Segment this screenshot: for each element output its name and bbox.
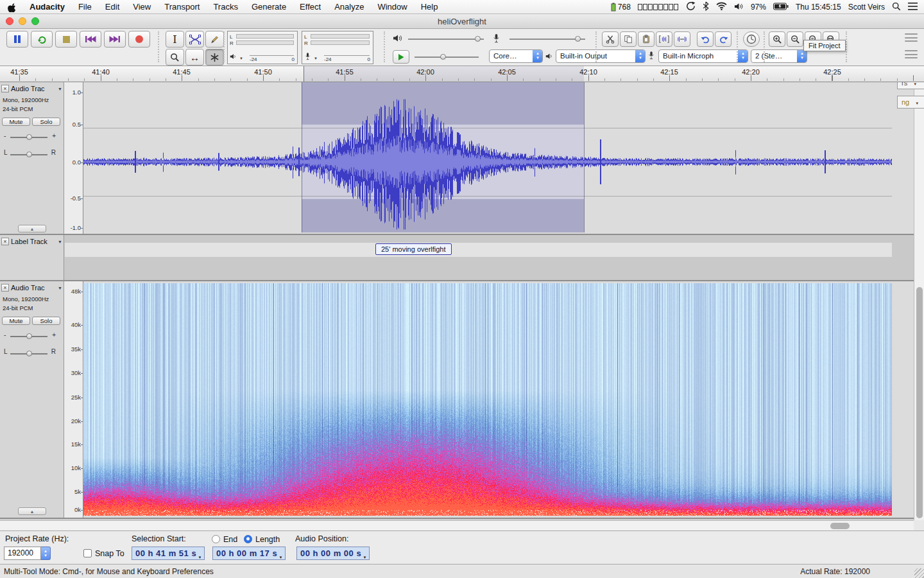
spectrogram-display[interactable] — [83, 283, 892, 516]
redo-button[interactable] — [715, 31, 732, 47]
track-close-button[interactable]: × — [1, 238, 9, 245]
apple-menu-icon[interactable] — [8, 2, 16, 12]
meter-dropdown-caret[interactable]: ▼ — [239, 57, 243, 60]
combo-caret-icon[interactable]: ▲▼ — [797, 49, 807, 63]
waveform-display[interactable] — [83, 82, 892, 232]
track-menu-caret-icon[interactable]: ▼ — [58, 286, 62, 290]
vertical-scrollbar[interactable] — [914, 82, 924, 520]
audio-host-combo[interactable]: Core… ▲▼ — [489, 49, 543, 63]
spotlight-search-icon[interactable] — [892, 2, 901, 13]
menu-item-generate[interactable]: Generate — [252, 2, 286, 12]
window-title-bar[interactable]: heliOverflight — [0, 14, 924, 29]
solo-button[interactable]: Solo — [32, 118, 60, 126]
caret-down-icon[interactable]: ▼ — [279, 552, 283, 564]
end-radio[interactable] — [212, 535, 220, 543]
track-title[interactable]: Label Track — [11, 238, 47, 245]
output-volume-slider[interactable] — [408, 39, 484, 40]
mute-button[interactable]: Mute — [2, 317, 30, 325]
meter-dropdown-caret[interactable]: ▼ — [314, 57, 318, 60]
menu-item-window[interactable]: Window — [377, 2, 407, 12]
track-title[interactable]: Audio Trac — [11, 284, 45, 292]
menu-item-view[interactable]: View — [133, 2, 151, 12]
menu-clock[interactable]: Thu 15:45:15 — [796, 3, 841, 12]
audio-label[interactable]: 25' moving overlfight — [375, 243, 452, 255]
pan-slider[interactable] — [10, 154, 47, 155]
trim-audio-button[interactable] — [656, 31, 672, 47]
menu-item-tracks[interactable]: Tracks — [213, 2, 238, 12]
combo-caret-icon[interactable]: ▲▼ — [533, 49, 543, 63]
project-rate-value[interactable]: 192000 — [4, 547, 41, 560]
output-volume-slider-thumb[interactable] — [475, 36, 481, 42]
draw-tool-button[interactable] — [205, 31, 224, 48]
undo-button[interactable] — [697, 31, 714, 47]
resize-grip[interactable] — [914, 568, 924, 578]
mute-button[interactable]: Mute — [2, 118, 30, 126]
solo-button[interactable]: Solo — [32, 317, 60, 325]
track1-control-panel[interactable]: × Audio Trac ▼ Mono, 192000Hz 24-bit PCM… — [0, 82, 64, 234]
caret-down-icon[interactable]: ▼ — [363, 552, 367, 564]
vertical-scrollbar-thumb[interactable] — [916, 287, 923, 518]
timer-button[interactable] — [743, 31, 760, 47]
gain-slider-thumb[interactable] — [26, 134, 32, 140]
gain-slider[interactable] — [10, 336, 47, 337]
toolbar-grabber-icon[interactable] — [905, 33, 918, 42]
copy-button[interactable] — [620, 31, 637, 47]
multi-tool-button[interactable] — [205, 49, 224, 66]
pan-slider[interactable] — [10, 353, 47, 355]
pan-slider-thumb[interactable] — [26, 152, 32, 157]
project-rate-combo[interactable]: 192000 ▲▼ — [4, 547, 51, 560]
paste-button[interactable] — [638, 31, 654, 47]
collapsed-dropdown-fragment[interactable]: ng ▼ — [897, 96, 924, 109]
notification-center-icon[interactable] — [908, 3, 918, 12]
record-button[interactable] — [128, 31, 150, 48]
toolbar-grabber-icon[interactable] — [905, 50, 918, 58]
recording-meter[interactable]: L R ▼ -24 0 — [302, 31, 373, 64]
caret-down-icon[interactable]: ▼ — [198, 552, 202, 564]
time-machine-icon[interactable] — [686, 1, 696, 13]
keyboard-battery-indicator[interactable]: 768 — [611, 3, 631, 12]
track-title[interactable]: Audio Trac — [11, 85, 45, 92]
playback-speed-slider-thumb[interactable] — [440, 54, 446, 60]
collapse-track-button[interactable]: ▲ — [18, 507, 46, 515]
battery-icon[interactable] — [773, 3, 789, 12]
zoom-out-button[interactable] — [787, 31, 803, 47]
timeline-ruler[interactable]: 41:35 41:40 41:45 41:50 41:55 42:00 42:0… — [0, 66, 924, 82]
status-boxes-widget[interactable] — [638, 3, 679, 12]
rewind-button[interactable] — [80, 31, 101, 48]
track-menu-caret-icon[interactable]: ▼ — [58, 87, 62, 91]
volume-icon[interactable] — [734, 3, 744, 12]
horizontal-scrollbar-thumb[interactable] — [830, 523, 850, 529]
track1-vertical-ruler[interactable]: 1.0 0.5 0.0 -0.5 -1.0 — [64, 82, 83, 234]
combo-caret-icon[interactable]: ▲▼ — [635, 49, 646, 63]
silence-audio-button[interactable] — [674, 31, 690, 47]
gain-slider-thumb[interactable] — [26, 333, 32, 339]
track2-vertical-ruler[interactable]: 48k 40k 35k 30k 25k 20k 15k 10k 5k 0k — [64, 281, 83, 518]
horizontal-scrollbar[interactable] — [0, 520, 914, 530]
audio-position-field[interactable]: 00 h 00 m 00 s ▼ — [296, 547, 370, 560]
track2-control-panel[interactable]: × Audio Trac ▼ Mono, 192000Hz 24-bit PCM… — [0, 281, 64, 518]
combo-caret-icon[interactable]: ▲▼ — [738, 49, 748, 63]
envelope-tool-button[interactable] — [185, 31, 204, 48]
fast-forward-button[interactable] — [104, 31, 126, 48]
time-shift-tool-button[interactable]: ↔ — [185, 49, 204, 66]
track-close-button[interactable]: × — [1, 284, 9, 292]
selection-tool-button[interactable]: I — [166, 31, 184, 48]
input-volume-slider-thumb[interactable] — [575, 36, 581, 42]
menu-item-edit[interactable]: Edit — [105, 2, 119, 12]
menu-item-help[interactable]: Help — [421, 2, 438, 12]
snap-to-checkbox[interactable] — [83, 549, 92, 557]
pan-slider-thumb[interactable] — [26, 351, 32, 356]
playback-meter[interactable]: L R ▼ -24 0 — [227, 31, 298, 64]
bluetooth-icon[interactable] — [703, 1, 709, 13]
output-device-combo[interactable]: Built-in Output ▲▼ — [556, 49, 646, 63]
collapse-track-button[interactable]: ▲ — [18, 225, 46, 232]
stepper-arrows-icon[interactable]: ▲▼ — [41, 547, 51, 560]
wifi-icon[interactable] — [716, 2, 727, 12]
zoom-tool-button[interactable] — [166, 49, 184, 66]
label-track-control-panel[interactable]: × Label Track ▼ — [0, 235, 64, 280]
input-channels-combo[interactable]: 2 (Ste… ▲▼ — [751, 49, 807, 63]
track-close-button[interactable]: × — [1, 85, 9, 92]
menu-item-analyze[interactable]: Analyze — [334, 2, 364, 12]
play-loop-button[interactable] — [31, 31, 53, 48]
input-volume-slider[interactable] — [509, 39, 585, 40]
